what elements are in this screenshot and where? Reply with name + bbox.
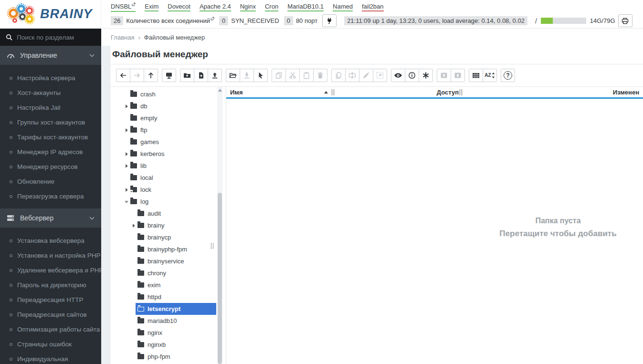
sidebar-item-directory-password[interactable]: Пароль на директорию	[0, 278, 101, 292]
workspace-button[interactable]	[162, 69, 176, 82]
edit-button[interactable]	[359, 69, 373, 82]
new-folder-button[interactable]	[180, 69, 194, 82]
sidebar-item-site-redirect[interactable]: Переадресация сайтов	[0, 307, 101, 322]
tree-item-exim[interactable]: exim	[110, 279, 226, 291]
compress-button[interactable]	[437, 69, 451, 82]
print-button[interactable]	[618, 14, 632, 27]
expander-icon[interactable]	[124, 187, 130, 193]
tree-item-brainy[interactable]: brainy	[110, 219, 226, 231]
tree-item-ftp[interactable]: ftp	[110, 124, 226, 136]
column-header-access[interactable]: Доступ	[437, 89, 459, 96]
tree-item-empty[interactable]: empty	[110, 112, 226, 124]
preview-button[interactable]	[391, 69, 405, 82]
service-link-nginx[interactable]: Nginx	[240, 3, 256, 11]
sidebar-item-host-accounts[interactable]: Хост-аккаунты	[0, 85, 101, 100]
column-header-name[interactable]: Имя	[230, 89, 243, 96]
service-link-mariadb[interactable]: MariaDB10.1	[287, 3, 324, 11]
expander-icon[interactable]	[124, 103, 130, 110]
service-link-cron[interactable]: Cron	[265, 3, 278, 11]
tree-item-log[interactable]: log	[110, 196, 226, 208]
column-header-modified[interactable]: Изменен	[613, 89, 639, 96]
forward-button[interactable]	[130, 69, 144, 82]
select-pointer-button[interactable]	[253, 69, 268, 82]
back-button[interactable]	[116, 69, 130, 82]
tree-item-httpd[interactable]: httpd	[110, 291, 226, 303]
sidebar-item-webserver-remove[interactable]: Удаление вебсервера и PHP	[0, 263, 101, 278]
tree-item-chrony[interactable]: chrony	[110, 267, 226, 279]
sidebar-item-resource-manager[interactable]: Менеджер ресурсов	[0, 159, 101, 174]
tree-item-db[interactable]: db	[110, 100, 226, 112]
tree-item-lib[interactable]: lib	[110, 160, 226, 172]
duplicate-file-icon	[335, 72, 342, 79]
tree-item-games[interactable]: games	[110, 136, 226, 148]
connections-label[interactable]: Количество всех соединений	[126, 17, 214, 24]
info-button[interactable]	[405, 69, 419, 82]
attributes-button[interactable]	[419, 69, 433, 82]
sort-button[interactable]: AZ	[483, 69, 497, 82]
service-link-fail2ban[interactable]: fail2ban	[362, 3, 384, 11]
sidebar-item-update[interactable]: Обновление	[0, 174, 101, 189]
tree-item-crash[interactable]: crash	[110, 88, 226, 100]
tree-item-brainycp[interactable]: brainycp	[110, 231, 226, 243]
logo[interactable]: BRAINY	[0, 0, 101, 28]
sidebar-item-php-install[interactable]: Установка и настройка PHP	[0, 248, 101, 263]
service-link-named[interactable]: Named	[333, 3, 353, 11]
sidebar-item-host-groups[interactable]: Группы хост-аккаунтов	[0, 115, 101, 130]
extract-button[interactable]	[373, 69, 387, 82]
open-folder-button[interactable]	[226, 69, 240, 82]
up-button[interactable]	[144, 69, 158, 82]
tree-item-letsencrypt[interactable]: letsencrypt	[110, 303, 226, 315]
expander-icon[interactable]	[131, 222, 137, 229]
search-input[interactable]	[17, 34, 95, 41]
cut-button[interactable]	[285, 69, 300, 82]
scrollbar-thumb[interactable]	[218, 193, 222, 364]
tree-item-kerberos[interactable]: kerberos	[110, 148, 226, 160]
sidebar-item-http-redirect[interactable]: Переадресация HTTP	[0, 292, 101, 307]
help-button[interactable]: ?	[501, 69, 515, 82]
duplicate-button[interactable]	[331, 69, 346, 82]
copy-button[interactable]	[272, 69, 286, 82]
tree-item-lock[interactable]: lock	[110, 184, 226, 196]
sidebar-item-server-reboot[interactable]: Перезагрузка сервера	[0, 189, 101, 204]
paste-button[interactable]	[299, 69, 314, 82]
tree-item-local[interactable]: local	[110, 172, 226, 184]
sidebar-item-site-optimization[interactable]: Оптимизация работы сайта	[0, 322, 101, 337]
tree-item-audit[interactable]: audit	[110, 208, 226, 219]
service-link-apache[interactable]: Apache 2.4	[200, 3, 231, 11]
view-grid-button[interactable]	[469, 69, 483, 82]
sidebar-section-management[interactable]: Управление	[0, 46, 101, 65]
download-button[interactable]	[240, 69, 254, 82]
sidebar-item-error-pages[interactable]: Страницы ошибок	[0, 337, 101, 352]
tree-item-nginx[interactable]: nginx	[110, 327, 226, 339]
sidebar-item-webserver-install[interactable]: Установка вебсервера	[0, 233, 101, 248]
tree-item-mariadb10[interactable]: mariadb10	[110, 315, 226, 327]
tree-item-brainyphp-fpm[interactable]: brainyphp-fpm	[110, 243, 226, 255]
tree-item-nginxb[interactable]: nginxb	[110, 339, 226, 351]
tree-item-php-fpm[interactable]: php-fpm	[110, 351, 226, 363]
expander-icon[interactable]	[124, 151, 130, 157]
sidebar-item-jail-settings[interactable]: Настройка Jail	[0, 100, 101, 115]
expander-icon[interactable]	[124, 198, 130, 205]
sidebar-item-host-tariffs[interactable]: Тарифы хост-аккаунтов	[0, 130, 101, 145]
rename-button[interactable]	[345, 69, 359, 82]
tree-resize-grip[interactable]	[211, 243, 213, 249]
expander-icon[interactable]	[124, 163, 130, 169]
new-file-button[interactable]	[194, 69, 208, 82]
sidebar-section-webserver[interactable]: Вебсервер	[0, 208, 101, 228]
delete-button[interactable]	[313, 69, 327, 82]
decompress-button[interactable]	[451, 69, 465, 82]
tree-item-brainyservice[interactable]: brainyservice	[110, 255, 226, 267]
sidebar-item-ip-manager[interactable]: Менеджер IP адресов	[0, 145, 101, 159]
sidebar-item-server-settings[interactable]: Настройка сервера	[0, 71, 101, 85]
breadcrumb-home[interactable]: Главная	[111, 34, 134, 41]
service-link-exim[interactable]: Exim	[145, 3, 158, 11]
expander-icon[interactable]	[124, 127, 130, 134]
service-link-dnsbl[interactable]: DNSBL	[111, 2, 136, 11]
connections-plug-button[interactable]	[322, 14, 337, 27]
sidebar-item-individual[interactable]: Индивидуальная	[0, 352, 101, 364]
tree-scrollbar[interactable]	[217, 87, 222, 364]
scroll-up-arrow-icon[interactable]	[218, 89, 222, 92]
service-link-dovecot[interactable]: Dovecot	[168, 3, 190, 11]
bullet-icon	[10, 92, 12, 94]
upload-button[interactable]	[208, 69, 222, 82]
